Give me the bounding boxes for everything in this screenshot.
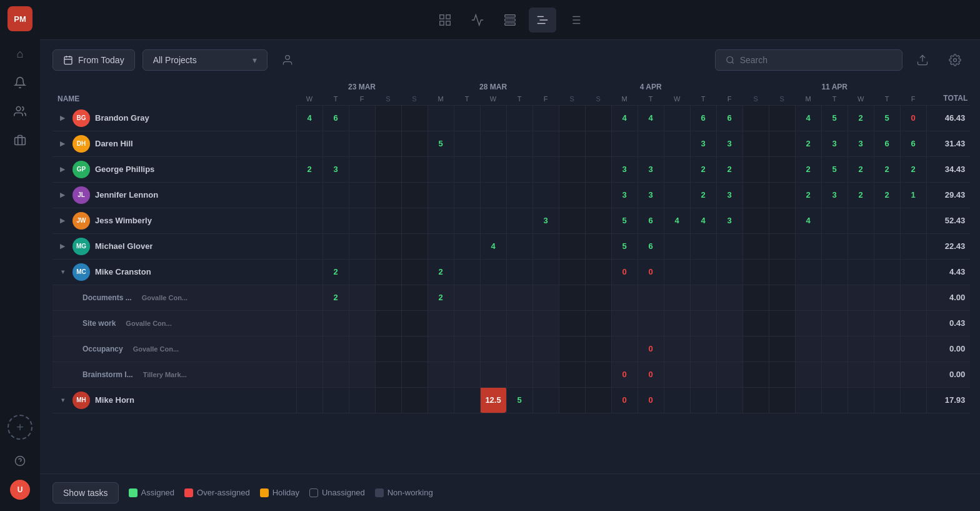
main-content: From Today All Projects ▾: [40, 0, 980, 511]
day-m3: M: [795, 93, 821, 106]
day-cell: [690, 233, 716, 259]
subtask-day-cell: [322, 362, 349, 387]
day-cell: 5: [611, 208, 638, 233]
settings-button[interactable]: [942, 48, 968, 73]
subtask-row: Brainstorm I... Tillery Mark... 000.00: [52, 362, 970, 387]
sidebar-add-button[interactable]: +: [8, 415, 32, 440]
subtask-day-cell: [821, 310, 848, 336]
expand-icon[interactable]: ▶: [58, 164, 68, 175]
from-today-button[interactable]: From Today: [52, 49, 135, 71]
avatar: JL: [72, 186, 90, 204]
day-cell: [848, 387, 874, 413]
expand-icon[interactable]: ▶: [58, 113, 68, 123]
subtask-day-cell: [559, 362, 585, 387]
day-cell: 3: [611, 182, 638, 208]
subtask-day-cell: 0: [611, 362, 638, 387]
subtask-day-cell: [454, 310, 480, 336]
day-cell: [375, 233, 401, 259]
day-cell: [375, 131, 401, 156]
expand-icon[interactable]: ▶: [58, 190, 68, 200]
day-cell: [296, 131, 322, 156]
day-cell: 3: [821, 131, 848, 156]
day-cell: [454, 131, 480, 156]
day-cell: [874, 259, 900, 285]
subtask-day-cell: [716, 336, 742, 362]
subtask-day-cell: [874, 310, 900, 336]
day-cell: 0: [638, 387, 664, 413]
sidebar-item-help[interactable]: [8, 448, 32, 473]
expand-icon[interactable]: ▶: [58, 139, 68, 149]
day-cell: [664, 131, 690, 156]
legend-assigned: Assigned: [129, 488, 174, 497]
day-cell: [900, 233, 926, 259]
day-cell: [559, 156, 585, 182]
day-cell: [742, 233, 769, 259]
subtask-day-cell: [716, 310, 742, 336]
day-cell: 1: [900, 182, 926, 208]
expand-icon[interactable]: ▶: [58, 241, 68, 251]
day-w3: W: [664, 93, 690, 106]
sidebar-item-projects[interactable]: [8, 128, 32, 153]
day-cell: [506, 131, 532, 156]
day-cell: 3: [821, 182, 848, 208]
svg-point-0: [16, 107, 21, 111]
subtask-day-cell: [296, 285, 322, 310]
show-tasks-button[interactable]: Show tasks: [52, 482, 119, 503]
day-cell: [322, 182, 349, 208]
subtask-day-cell: [532, 362, 559, 387]
user-avatar[interactable]: U: [8, 477, 32, 502]
subtask-total-cell: 0.00: [926, 336, 970, 362]
day-f2: F: [532, 93, 559, 106]
sidebar-item-home[interactable]: ⌂: [8, 41, 32, 66]
subtask-day-cell: 2: [322, 285, 349, 310]
person-row: ▶ MG Michael Glover 45622.43: [52, 233, 970, 259]
expand-icon[interactable]: ▾: [58, 267, 68, 277]
day-cell: [795, 387, 821, 413]
day-cell: [742, 131, 769, 156]
week-11apr-header: 11 APR: [742, 80, 926, 93]
day-cell: [742, 208, 769, 233]
expand-icon[interactable]: ▶: [58, 216, 68, 226]
app-logo[interactable]: PM: [8, 6, 32, 31]
day-cell: [532, 131, 559, 156]
expand-icon[interactable]: ▾: [58, 395, 68, 405]
avatar: DH: [72, 135, 90, 153]
subtask-day-cell: [900, 285, 926, 310]
day-w4: W: [848, 93, 874, 106]
chart-view-button[interactable]: [431, 8, 459, 33]
legend-holiday-label: Holiday: [272, 488, 299, 497]
user-filter-button[interactable]: [275, 48, 300, 73]
search-box[interactable]: [715, 49, 902, 71]
pulse-view-button[interactable]: [464, 8, 491, 33]
subtask-project-label: Tillery Mark...: [143, 371, 187, 378]
svg-rect-7: [446, 21, 450, 24]
search-input[interactable]: [740, 55, 892, 65]
subtask-day-cell: [532, 285, 559, 310]
total-cell: 31.43: [926, 131, 970, 156]
svg-point-28: [954, 59, 957, 62]
list-view-button[interactable]: [496, 8, 524, 33]
day-cell: [428, 208, 454, 233]
subtask-day-cell: [821, 285, 848, 310]
resource-view-button[interactable]: [561, 8, 589, 33]
subtask-day-cell: [375, 310, 401, 336]
subtask-day-cell: [585, 336, 611, 362]
legend-unassigned-dot: [309, 488, 318, 497]
grid-container: NAME 23 MAR 28 MAR 4 APR 11 APR TOTAL W: [40, 80, 980, 473]
svg-rect-9: [505, 19, 516, 21]
sidebar-item-notifications[interactable]: [8, 70, 32, 95]
sidebar-item-people[interactable]: [8, 99, 32, 124]
day-cell: [401, 182, 428, 208]
day-cell: [349, 387, 375, 413]
person-name-cell: ▾ MH Mike Horn: [52, 387, 296, 413]
person-name-label: Jennifer Lennon: [95, 190, 158, 200]
day-cell: [401, 387, 428, 413]
gantt-view-button[interactable]: [529, 8, 556, 33]
project-select-dropdown[interactable]: All Projects ▾: [142, 49, 268, 71]
toolbar: [40, 0, 980, 40]
person-row: ▾ MH Mike Horn 12.550017.93: [52, 387, 970, 413]
export-button[interactable]: [910, 48, 935, 73]
day-cell: 2: [874, 182, 900, 208]
day-cell: 4: [690, 208, 716, 233]
person-name-cell: ▶ MG Michael Glover: [52, 233, 296, 259]
